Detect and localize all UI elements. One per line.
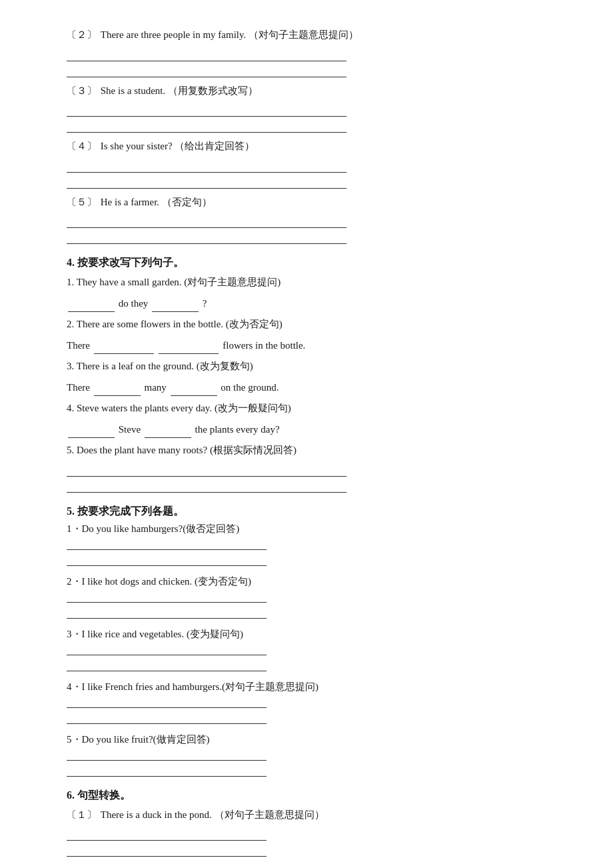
s5-q2-line2: [67, 605, 267, 619]
q5-answer-lines: [67, 215, 546, 244]
s6-q1-label: 〔１〕: [67, 809, 97, 820]
s4-q5-answer-lines: [67, 463, 546, 493]
s6-q1: 〔１〕 There is a duck in the pond. （对句子主题意…: [67, 807, 546, 824]
s5-q1: 1・Do you like hamburgers?(做否定回答): [67, 523, 546, 535]
s4-q2-rest: flowers in the bottle.: [223, 340, 305, 351]
section4-title: 4. 按要求改写下列句子。: [67, 256, 546, 270]
q2-text: There are three people in my family.: [101, 29, 247, 40]
s6-q1-line1: [67, 827, 267, 841]
question-2: 〔２〕 There are three people in my family.…: [67, 27, 546, 44]
s4-q1-q: ?: [203, 298, 207, 309]
s4-q5-line1: [67, 463, 346, 477]
s4-q1-instruction: (对句子主题意思提问): [184, 277, 281, 287]
section6: 6. 句型转换。 〔１〕 There is a duck in the pond…: [67, 789, 546, 857]
q3-line1: [67, 103, 346, 117]
s5-q4-line1: [67, 695, 267, 708]
s5-q2-lines: [67, 589, 546, 619]
s6-q1-instruction: （对句子主题意思提问）: [215, 809, 324, 820]
s5-q3-line1: [67, 642, 267, 655]
q5-line1: [67, 215, 346, 228]
s6-q1-line2: [67, 843, 267, 857]
q4-line1: [67, 159, 346, 173]
s4-q5-instruction: (根据实际情况回答): [210, 445, 297, 455]
s4-q2-instruction: (改为否定句): [226, 319, 283, 329]
s4-q5: 5. Does the plant have many roots? (根据实际…: [67, 442, 546, 459]
s5-q1-text: 1・Do you like hamburgers?(做否定回答): [67, 523, 239, 534]
s5-q1-line1: [67, 537, 267, 550]
s5-q3: 3・I like rice and vegetables. (变为疑问句): [67, 628, 546, 641]
s4-q3-instruction: (改为复数句): [197, 361, 253, 371]
prev-questions-section: 〔２〕 There are three people in my family.…: [67, 27, 546, 244]
section4: 4. 按要求改写下列句子。 1. They have a small garde…: [67, 256, 546, 493]
s4-q5-line2: [67, 479, 346, 493]
s4-q3-blank2: [171, 384, 217, 396]
q4-instruction: （给出肯定回答）: [175, 141, 255, 151]
s4-q4-blank1: [68, 426, 115, 438]
s4-q1-blank2: [152, 300, 199, 312]
s5-q5-text: 5・Do you like fruit?(做肯定回答): [67, 734, 210, 745]
s5-q1-line2: [67, 553, 267, 566]
s4-q1-num: 1. They have a small garden.: [67, 277, 184, 287]
q3-text: She is a student.: [101, 85, 166, 96]
s4-q4-num: 4. Steve waters the plants every day.: [67, 403, 215, 413]
q4-line2: [67, 175, 346, 189]
q2-line2: [67, 64, 346, 77]
s4-q5-num: 5. Does the plant have many roots?: [67, 445, 210, 455]
s5-q3-lines: [67, 642, 546, 671]
q2-label: 〔２〕: [67, 29, 97, 40]
s4-q4: 4. Steve waters the plants every day. (改…: [67, 400, 546, 417]
s4-q3-many: many: [144, 382, 169, 393]
s4-q2-blank1: [94, 342, 154, 354]
s4-q1-answer: do they ?: [67, 295, 546, 313]
s4-q4-answer: Steve the plants every day?: [67, 421, 546, 439]
s4-q3-rest: on the ground.: [221, 382, 279, 393]
question-3: 〔３〕 She is a student. （用复数形式改写）: [67, 83, 546, 100]
s6-q1-answer-lines: [67, 827, 546, 857]
s5-q4-line2: [67, 711, 267, 724]
q3-instruction: （用复数形式改写）: [168, 85, 258, 96]
s5-q4: 4・I like French fries and hamburgers.(对句…: [67, 681, 546, 693]
s4-q3-answer: There many on the ground.: [67, 379, 546, 397]
q4-text: Is she your sister?: [101, 141, 173, 151]
s5-q1-lines: [67, 537, 546, 566]
q5-instruction: （否定句）: [162, 197, 212, 207]
s4-q2-num: 2. There are some flowers in the bottle.: [67, 319, 226, 329]
q5-line2: [67, 231, 346, 244]
s4-q4-blank2: [145, 426, 191, 438]
s4-q3-num: 3. There is a leaf on the ground.: [67, 361, 197, 371]
s5-q3-line2: [67, 658, 267, 671]
s4-q4-steve: Steve: [119, 424, 143, 435]
q4-answer-lines: [67, 159, 546, 189]
s4-q4-instruction: (改为一般疑问句): [215, 403, 291, 413]
s4-q1-blank1: [68, 300, 115, 312]
q2-instruction: （对句子主题意思提问）: [249, 29, 358, 40]
s5-q5: 5・Do you like fruit?(做肯定回答): [67, 733, 546, 746]
q3-answer-lines: [67, 103, 546, 133]
s4-q4-rest: the plants every day?: [195, 424, 280, 435]
s4-q3: 3. There is a leaf on the ground. (改为复数句…: [67, 358, 546, 375]
s5-q5-line2: [67, 763, 267, 777]
s4-q1-do-they: do they: [119, 298, 149, 309]
s6-q1-text: There is a duck in the pond.: [101, 809, 212, 820]
s5-q2: 2・I like hot dogs and chicken. (变为否定句): [67, 575, 546, 588]
section5: 5. 按要求完成下列各题。 1・Do you like hamburgers?(…: [67, 505, 546, 777]
s4-q3-there: There: [67, 382, 93, 393]
q2-answer-lines: [67, 48, 546, 77]
s5-q3-text: 3・I like rice and vegetables. (变为疑问句): [67, 629, 243, 639]
s5-q2-text: 2・I like hot dogs and chicken. (变为否定句): [67, 576, 251, 587]
s5-q4-lines: [67, 695, 546, 724]
q5-text: He is a farmer.: [101, 197, 159, 207]
s4-q2-answer: There flowers in the bottle.: [67, 337, 546, 355]
s5-q5-lines: [67, 747, 546, 777]
q2-line1: [67, 48, 346, 61]
s4-q2-there: There: [67, 340, 93, 351]
q5-label: 〔５〕: [67, 197, 97, 207]
question-4: 〔４〕 Is she your sister? （给出肯定回答）: [67, 138, 546, 155]
s4-q2-blank2: [159, 342, 219, 354]
section5-title: 5. 按要求完成下列各题。: [67, 505, 546, 519]
section6-title: 6. 句型转换。: [67, 789, 546, 803]
q3-label: 〔３〕: [67, 85, 97, 96]
s4-q1: 1. They have a small garden. (对句子主题意思提问): [67, 274, 546, 291]
question-5: 〔５〕 He is a farmer. （否定句）: [67, 194, 546, 211]
s4-q3-blank1: [94, 384, 141, 396]
